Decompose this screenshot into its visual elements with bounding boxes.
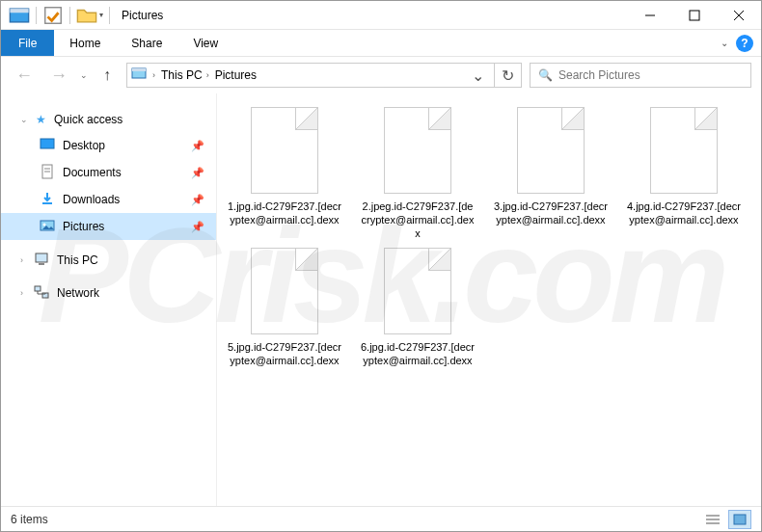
file-icon [384, 107, 451, 194]
search-icon: 🔍 [538, 68, 553, 82]
file-view[interactable]: 1.jpg.id-C279F237.[decryptex@airmail.cc]… [217, 93, 761, 506]
breadcrumb-folder[interactable]: Pictures [215, 68, 257, 82]
sidebar-item-thispc[interactable]: › This PC [1, 248, 216, 273]
svg-rect-17 [39, 263, 44, 265]
help-icon[interactable]: ? [736, 35, 753, 52]
file-item[interactable]: 4.jpg.id-C279F237.[decryptex@airmail.cc]… [626, 107, 742, 240]
file-name: 1.jpg.id-C279F237.[decryptex@airmail.cc]… [227, 200, 342, 226]
file-name: 5.jpg.id-C279F237.[decryptex@airmail.cc]… [227, 340, 342, 367]
icons-view-button[interactable] [728, 510, 751, 529]
svg-rect-23 [734, 515, 746, 524]
maximize-button[interactable] [672, 1, 717, 30]
chevron-right-icon: › [20, 288, 23, 298]
chevron-right-icon[interactable]: › [152, 70, 155, 80]
sidebar-item-documents[interactable]: Documents📌 [1, 159, 216, 186]
file-name: 4.jpg.id-C279F237.[decryptex@airmail.cc]… [626, 200, 742, 226]
documents-icon [40, 164, 55, 182]
search-input[interactable]: 🔍 Search Pictures [530, 63, 751, 88]
ribbon-tabs: File Home Share View ⌄ ? [1, 30, 761, 57]
properties-icon[interactable] [42, 5, 64, 26]
file-item[interactable]: 2.jpeg.id-C279F237.[decryptex@airmail.cc… [360, 107, 476, 240]
sidebar-item-pictures[interactable]: Pictures📌 [1, 213, 216, 240]
file-icon [251, 107, 318, 194]
svg-rect-8 [132, 68, 146, 71]
downloads-icon [40, 191, 55, 209]
file-item[interactable]: 1.jpg.id-C279F237.[decryptex@airmail.cc]… [227, 107, 342, 240]
tab-share[interactable]: Share [116, 30, 177, 56]
app-icon [9, 5, 30, 26]
sidebar-item-network[interactable]: › Network [1, 280, 216, 306]
close-button[interactable] [717, 1, 761, 30]
address-dropdown-icon[interactable]: ⌄ [466, 66, 490, 85]
body: ⌄ ★ Quick access Desktop📌 Documents📌 Dow… [1, 93, 761, 506]
qat-dropdown-icon[interactable]: ▾ [99, 11, 103, 19]
quick-access-header[interactable]: ⌄ ★ Quick access [1, 107, 216, 132]
pc-icon [34, 252, 49, 270]
quick-access-toolbar: ▾ Pictures [1, 5, 163, 26]
file-icon [650, 107, 718, 194]
file-grid: 1.jpg.id-C279F237.[decryptex@airmail.cc]… [227, 107, 751, 367]
folder-icon[interactable] [76, 5, 97, 26]
svg-rect-1 [10, 9, 28, 13]
file-tab[interactable]: File [1, 30, 54, 56]
navigation-pane: ⌄ ★ Quick access Desktop📌 Documents📌 Dow… [1, 93, 217, 506]
window-controls [628, 1, 761, 30]
pin-icon: 📌 [191, 194, 204, 206]
tab-view[interactable]: View [177, 30, 233, 56]
separator [36, 7, 37, 24]
item-count: 6 items [11, 513, 48, 526]
file-name: 6.jpg.id-C279F237.[decryptex@airmail.cc]… [360, 340, 476, 367]
search-placeholder: Search Pictures [558, 68, 640, 82]
address-bar[interactable]: › This PC › Pictures ⌄ [126, 63, 495, 88]
file-item[interactable]: 3.jpg.id-C279F237.[decryptex@airmail.cc]… [493, 107, 609, 240]
explorer-window: ▾ Pictures File Home Share View ⌄ ? ← → … [0, 0, 762, 532]
refresh-button[interactable]: ↻ [495, 63, 522, 88]
separator [69, 7, 70, 24]
separator [109, 7, 110, 24]
file-name: 3.jpg.id-C279F237.[decryptex@airmail.cc]… [493, 200, 609, 226]
file-name: 2.jpeg.id-C279F237.[decryptex@airmail.cc… [360, 200, 476, 240]
back-button[interactable]: ← [11, 62, 38, 89]
window-title: Pictures [122, 9, 163, 22]
location-icon [131, 66, 147, 85]
file-item[interactable]: 6.jpg.id-C279F237.[decryptex@airmail.cc]… [360, 248, 476, 367]
pin-icon: 📌 [191, 140, 204, 152]
svg-point-15 [43, 223, 46, 226]
svg-rect-18 [35, 286, 41, 291]
svg-rect-9 [41, 139, 54, 148]
pictures-icon [40, 218, 55, 236]
chevron-down-icon: ⌄ [20, 115, 28, 124]
pin-icon: 📌 [191, 221, 204, 233]
sidebar-item-desktop[interactable]: Desktop📌 [1, 132, 216, 159]
forward-button[interactable]: → [45, 62, 72, 89]
breadcrumb-root[interactable]: This PC › [161, 68, 209, 82]
status-bar: 6 items [1, 506, 761, 531]
file-icon [517, 107, 585, 194]
tab-home[interactable]: Home [54, 30, 116, 56]
details-view-button[interactable] [701, 510, 724, 529]
titlebar: ▾ Pictures [1, 1, 761, 30]
expand-ribbon-icon[interactable]: ⌄ [721, 38, 728, 48]
recent-locations-icon[interactable]: ⌄ [80, 70, 88, 80]
desktop-icon [40, 137, 55, 155]
file-icon [251, 248, 318, 334]
chevron-right-icon: › [20, 255, 23, 265]
minimize-button[interactable] [628, 1, 672, 30]
star-icon: ★ [36, 113, 46, 126]
up-button[interactable]: ↑ [95, 64, 119, 87]
sidebar-item-downloads[interactable]: Downloads📌 [1, 186, 216, 213]
navigation-bar: ← → ⌄ ↑ › This PC › Pictures ⌄ ↻ 🔍 Searc… [1, 57, 761, 93]
svg-rect-16 [36, 253, 47, 262]
svg-rect-4 [690, 11, 699, 20]
file-item[interactable]: 5.jpg.id-C279F237.[decryptex@airmail.cc]… [227, 248, 342, 367]
pin-icon: 📌 [191, 167, 204, 179]
network-icon [34, 284, 49, 303]
file-icon [384, 248, 451, 334]
